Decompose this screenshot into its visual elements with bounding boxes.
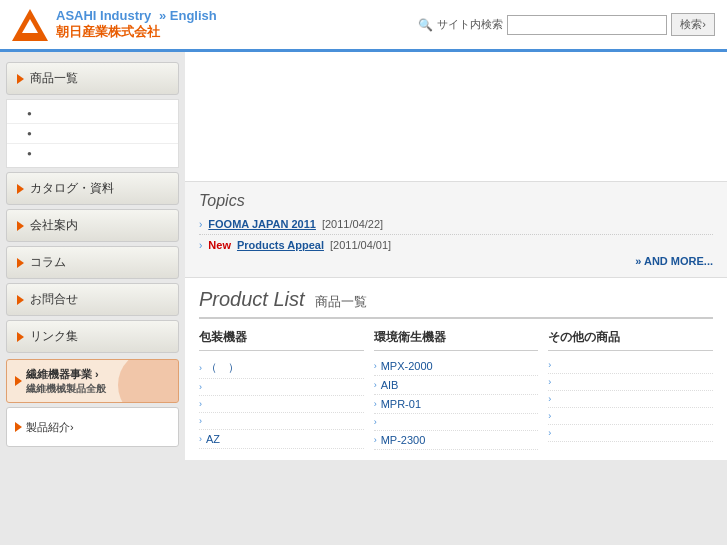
promo2-arrow-icon (15, 422, 22, 432)
nav-arrow-icon (17, 295, 24, 305)
product-item[interactable]: › (199, 396, 364, 413)
topic-link-2-text: Products Appeal (237, 239, 324, 251)
promo-arrow-icon (15, 376, 22, 386)
sidebar-item-catalog[interactable]: カタログ・資料 (6, 172, 179, 205)
logo-icon (12, 9, 48, 41)
product-list-title: Product List (199, 288, 305, 311)
product-item[interactable]: › (199, 379, 364, 396)
product-arrow-icon: › (374, 435, 377, 445)
banner-area (185, 52, 727, 182)
topics-section: Topics › FOOMA JAPAN 2011 [2011/04/22] ›… (185, 182, 727, 278)
product-item[interactable]: › MPX-2000 (374, 357, 539, 376)
topic-arrow-icon: › (199, 219, 202, 230)
topic-link-1[interactable]: FOOMA JAPAN 2011 (208, 218, 316, 230)
product-item[interactable]: › (548, 374, 713, 391)
product-item[interactable]: › MP-2300 (374, 431, 539, 450)
product-item-name: MP-2300 (381, 434, 426, 446)
logo-company-name: ASAHI Industry (56, 8, 151, 23)
promo-bg-decoration (118, 359, 179, 403)
promo-fiber-main: 繊維機器事業 › (26, 367, 106, 382)
product-columns: 包装機器 › （ ） › › › (199, 329, 713, 450)
product-item[interactable]: › AZ (199, 430, 364, 449)
product-arrow-icon: › (199, 416, 202, 426)
sidebar-item-company-label: 会社案内 (30, 217, 78, 234)
product-item[interactable]: › (548, 425, 713, 442)
sidebar-item-links[interactable]: リンク集 (6, 320, 179, 353)
product-arrow-icon: › (374, 361, 377, 371)
sidebar-promo-fibers[interactable]: 繊維機器事業 › 繊維機械製品全般 (6, 359, 179, 403)
sidebar-sub-item-3[interactable] (7, 144, 178, 163)
product-item[interactable]: › MPR-01 (374, 395, 539, 414)
logo-japanese: 朝日産業株式会社 (56, 23, 217, 41)
sidebar-item-column[interactable]: コラム (6, 246, 179, 279)
product-item[interactable]: › (374, 414, 539, 431)
product-item-name: MPR-01 (381, 398, 421, 410)
product-list-subtitle: 商品一覧 (315, 293, 367, 311)
topic-item-1: › FOOMA JAPAN 2011 [2011/04/22] (199, 218, 713, 230)
sidebar-section-products: 商品一覧 (0, 62, 185, 168)
topic-new-badge: New (208, 239, 231, 251)
logo-area: ASAHI Industry » English 朝日産業株式会社 (12, 8, 217, 41)
topics-more-link[interactable]: » AND MORE... (635, 255, 713, 267)
product-item-name: （ ） (206, 360, 239, 375)
sidebar-sub-item-1[interactable] (7, 104, 178, 124)
topics-more: » AND MORE... (199, 255, 713, 267)
sidebar-section-column: コラム (0, 246, 185, 279)
product-item[interactable]: › AIB (374, 376, 539, 395)
sidebar: 商品一覧 カタログ・資料 会社案内 コラム (0, 52, 185, 460)
sidebar-item-contact-label: お問合せ (30, 291, 78, 308)
nav-arrow-icon (17, 258, 24, 268)
content-area: Topics › FOOMA JAPAN 2011 [2011/04/22] ›… (185, 52, 727, 460)
product-arrow-icon: › (548, 411, 551, 421)
product-arrow-icon: › (199, 434, 202, 444)
logo-lang[interactable]: » English (159, 8, 217, 23)
sidebar-item-links-label: リンク集 (30, 328, 78, 345)
product-col-packaging: 包装機器 › （ ） › › › (199, 329, 364, 450)
promo-fiber-text: 繊維機器事業 › 繊維機械製品全般 (26, 367, 106, 396)
product-item[interactable]: › （ ） (199, 357, 364, 379)
sidebar-item-column-label: コラム (30, 254, 66, 271)
sidebar-sub-item-2[interactable] (7, 124, 178, 144)
product-arrow-icon: › (199, 382, 202, 392)
promo-fiber-sub: 繊維機械製品全般 (26, 382, 106, 396)
search-button[interactable]: 検索› (671, 13, 715, 36)
search-area: 🔍 サイト内検索 検索› (418, 13, 715, 36)
search-label: サイト内検索 (437, 17, 503, 32)
main-layout: 商品一覧 カタログ・資料 会社案内 コラム (0, 52, 727, 460)
search-input[interactable] (507, 15, 667, 35)
sidebar-sub-list (6, 99, 179, 168)
product-arrow-icon: › (374, 399, 377, 409)
sidebar-item-products[interactable]: 商品一覧 (6, 62, 179, 95)
product-item[interactable]: › (199, 413, 364, 430)
product-arrow-icon: › (548, 360, 551, 370)
topic-arrow-icon-2: › (199, 240, 202, 251)
product-arrow-icon: › (548, 428, 551, 438)
product-arrow-icon: › (374, 380, 377, 390)
topic-item-2: › New Products Appeal [2011/04/01] (199, 239, 713, 251)
product-arrow-icon: › (374, 417, 377, 427)
product-arrow-icon: › (199, 363, 202, 373)
topic-link-1-text: FOOMA JAPAN 2011 (208, 218, 316, 230)
product-list-header: Product List 商品一覧 (199, 288, 713, 319)
product-item[interactable]: › (548, 408, 713, 425)
product-col-sanitation: 環境衛生機器 › MPX-2000 › AIB › MPR-01 › (374, 329, 539, 450)
logo-english: ASAHI Industry » English (56, 8, 217, 23)
sidebar-item-company[interactable]: 会社案内 (6, 209, 179, 242)
sidebar-section-catalog: カタログ・資料 (0, 172, 185, 205)
nav-arrow-icon (17, 221, 24, 231)
nav-arrow-icon (17, 184, 24, 194)
product-item[interactable]: › (548, 391, 713, 408)
product-arrow-icon: › (548, 394, 551, 404)
topic-link-2[interactable]: Products Appeal (237, 239, 324, 251)
product-arrow-icon: › (199, 399, 202, 409)
sidebar-promo-products[interactable]: 製品紹介› (6, 407, 179, 447)
product-item[interactable]: › (548, 357, 713, 374)
nav-arrow-icon (17, 74, 24, 84)
search-magnifier-icon: 🔍 (418, 18, 433, 32)
sidebar-section-links: リンク集 (0, 320, 185, 353)
topic-date-2: [2011/04/01] (330, 239, 391, 251)
sidebar-item-contact[interactable]: お問合せ (6, 283, 179, 316)
product-item-name: AIB (381, 379, 399, 391)
sidebar-section-contact: お問合せ (0, 283, 185, 316)
topics-title: Topics (199, 192, 713, 210)
